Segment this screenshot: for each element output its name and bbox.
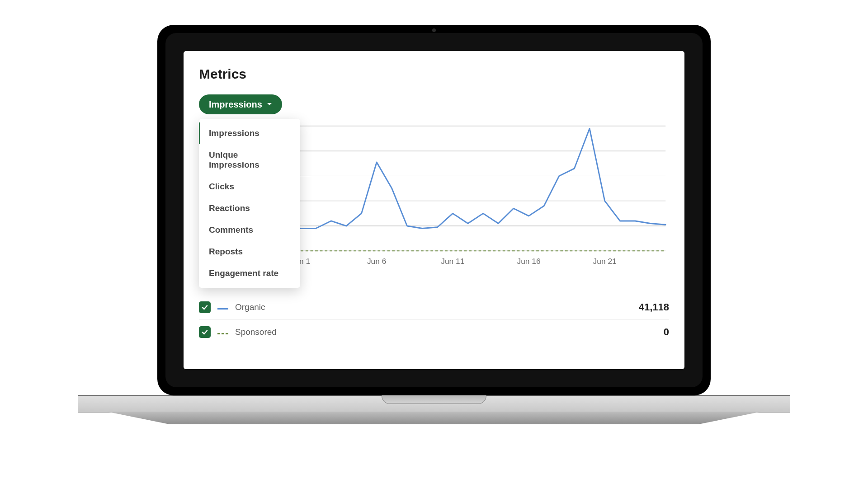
app-viewport: Metrics Impressions May 27Jun 1Jun 6Jun … bbox=[184, 51, 684, 369]
organic-swatch-icon bbox=[217, 303, 229, 311]
metric-select-button[interactable]: Impressions bbox=[199, 94, 282, 114]
menu-item-unique-impressions[interactable]: Unique impressions bbox=[199, 144, 300, 176]
svg-text:Jun 16: Jun 16 bbox=[517, 257, 540, 266]
organic-label: Organic bbox=[235, 302, 632, 312]
laptop-base bbox=[78, 395, 790, 435]
organic-checkbox[interactable] bbox=[199, 301, 211, 313]
sponsored-swatch-icon bbox=[217, 328, 229, 336]
screen-inner: Metrics Impressions May 27Jun 1Jun 6Jun … bbox=[165, 33, 703, 387]
laptop-frame: Metrics Impressions May 27Jun 1Jun 6Jun … bbox=[157, 25, 711, 435]
legend-row-organic: Organic 41,118 bbox=[199, 295, 669, 319]
metrics-card: Metrics Impressions May 27Jun 1Jun 6Jun … bbox=[184, 51, 684, 369]
sponsored-value: 0 bbox=[664, 326, 669, 338]
menu-item-clicks[interactable]: Clicks bbox=[199, 176, 300, 197]
metric-select-label: Impressions bbox=[209, 99, 262, 110]
menu-item-comments[interactable]: Comments bbox=[199, 219, 300, 241]
legend-row-sponsored: Sponsored 0 bbox=[199, 319, 669, 344]
menu-item-reactions[interactable]: Reactions bbox=[199, 197, 300, 219]
caret-down-icon bbox=[267, 103, 272, 106]
sponsored-checkbox[interactable] bbox=[199, 326, 211, 338]
menu-item-reposts[interactable]: Reposts bbox=[199, 241, 300, 263]
legend: Organic 41,118 Sponsored 0 bbox=[199, 295, 669, 344]
screen-bezel: Metrics Impressions May 27Jun 1Jun 6Jun … bbox=[157, 25, 711, 395]
camera-icon bbox=[432, 28, 436, 32]
svg-text:Jun 6: Jun 6 bbox=[367, 257, 387, 266]
menu-item-engagement-rate[interactable]: Engagement rate bbox=[199, 263, 300, 284]
menu-item-impressions[interactable]: Impressions bbox=[199, 122, 300, 144]
organic-value: 41,118 bbox=[639, 301, 669, 313]
svg-text:Jun 11: Jun 11 bbox=[441, 257, 464, 266]
svg-text:Jun 21: Jun 21 bbox=[593, 257, 617, 266]
page-title: Metrics bbox=[199, 66, 669, 82]
metric-menu[interactable]: Impressions Unique impressions Clicks Re… bbox=[199, 119, 300, 288]
sponsored-label: Sponsored bbox=[235, 327, 657, 337]
